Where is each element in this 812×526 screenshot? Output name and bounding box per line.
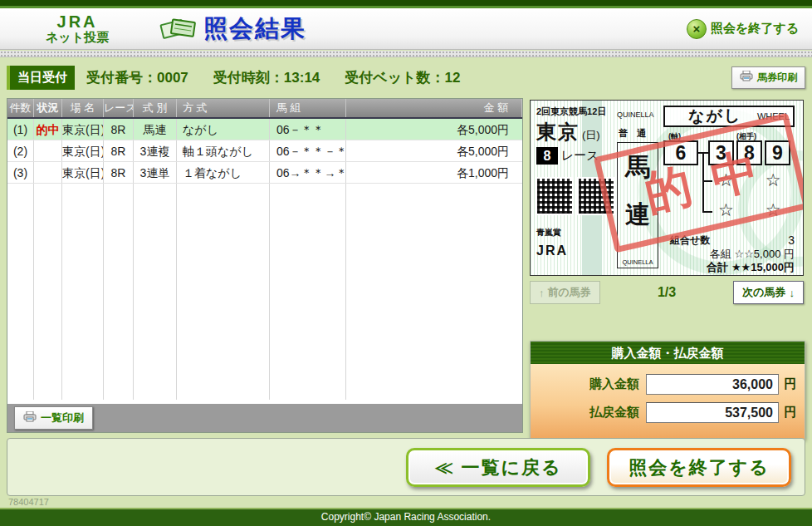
- table-header-row: 件数状況場 名レース式 別方 式馬 組金 額: [7, 99, 522, 119]
- end-inquiry-link[interactable]: × 照会を終了する: [687, 19, 799, 39]
- cell-amount: [346, 184, 522, 205]
- table-body: (1)的中東京(日)8R馬連ながし06－＊＊各5,000円(2)東京(日)8R3…: [7, 119, 522, 404]
- cell-no: [7, 270, 34, 292]
- cell-race: [104, 335, 134, 356]
- header-separator: [0, 51, 812, 57]
- cell-type: [134, 184, 177, 205]
- cell-horses: 06→＊＊→＊＊: [270, 162, 346, 183]
- table-row[interactable]: (2)東京(日)8R3連複軸１頭ながし06－＊＊－＊＊各5,000円: [7, 140, 522, 162]
- payout-amount-label: 払戻金額: [589, 405, 639, 420]
- cell-venue: [62, 270, 104, 292]
- cell-method: [177, 205, 270, 227]
- cell-method: １着ながし: [177, 162, 270, 183]
- cell-horses: [270, 378, 346, 400]
- cell-method: [177, 184, 270, 205]
- cell-race: 8R: [104, 162, 134, 183]
- cell-venue: [62, 313, 104, 335]
- ticket-race: 8 レース: [536, 147, 599, 165]
- cell-no: [7, 356, 34, 378]
- close-icon: ×: [687, 19, 707, 39]
- cell-status: [34, 140, 62, 161]
- receipt-number: 受付番号：0007: [86, 68, 188, 87]
- print-ticket-label: 馬券印刷: [757, 71, 797, 85]
- cell-type: 馬連: [134, 119, 177, 140]
- back-to-list-button[interactable]: ≪ 一覧に戻る: [406, 448, 590, 487]
- cell-type: [134, 335, 177, 356]
- cell-race: [104, 378, 134, 400]
- receipt-info-bar: 当日受付 受付番号：0007 受付時刻：13:14 受付ベット数：12 馬券印刷: [7, 63, 805, 91]
- down-arrow-icon: ↓: [790, 287, 795, 299]
- amount-panel-body: 購入金額 36,000 円 払戻金額 537,500 円: [531, 364, 805, 439]
- print-ticket-button[interactable]: 馬券印刷: [731, 66, 805, 89]
- logo-line1: JRA: [46, 13, 109, 31]
- jra-net-voting-inquiry-page: JRA ネット投票 照会結果 × 照会を終了する 当日受付 受付番号：0007 …: [0, 0, 812, 526]
- empty-table-row: [7, 356, 522, 378]
- empty-table-row: [7, 248, 522, 270]
- cell-amount: [346, 313, 522, 335]
- cell-no: [7, 184, 34, 205]
- cell-status: [34, 184, 62, 205]
- end-inquiry-button[interactable]: 照会を終了する: [607, 448, 791, 487]
- bets-table-panel: 件数状況場 名レース式 別方 式馬 組金 額 (1)的中東京(日)8R馬連ながし…: [7, 98, 523, 433]
- column-header: 式 別: [134, 99, 177, 117]
- bottom-action-panel: ≪ 一覧に戻る 照会を終了する: [7, 438, 805, 496]
- cell-status: [34, 227, 62, 248]
- empty-table-row: [7, 313, 522, 335]
- cell-race: [104, 356, 134, 378]
- receipt-bet-count: 受付ベット数：12: [345, 68, 460, 87]
- cell-venue: [62, 356, 104, 378]
- cell-venue: [62, 378, 104, 400]
- cell-horses: [270, 270, 346, 292]
- next-ticket-button[interactable]: 次の馬券 ↓: [733, 281, 804, 304]
- cell-type: 3連単: [134, 162, 177, 183]
- purchase-amount-row: 購入金額 36,000 円: [539, 374, 796, 395]
- payout-amount-row: 払戻金額 537,500 円: [539, 402, 796, 423]
- prev-ticket-button[interactable]: ↑ 前の馬券: [530, 281, 600, 304]
- end-inquiry-label: 照会を終了する: [711, 21, 799, 37]
- cell-horses: 06－＊＊－＊＊: [270, 140, 346, 161]
- cell-horses: [270, 248, 346, 270]
- column-header: 方 式: [177, 99, 270, 117]
- table-row[interactable]: (1)的中東京(日)8R馬連ながし06－＊＊各5,000円: [7, 119, 522, 140]
- race-number: 8: [536, 147, 558, 165]
- cell-method: [177, 292, 270, 313]
- empty-table-row: [7, 270, 522, 292]
- cell-horses: [270, 184, 346, 205]
- prev-ticket-label: 前の馬券: [548, 285, 591, 300]
- cell-horses: [270, 292, 346, 313]
- cell-no: (1): [7, 119, 34, 140]
- column-header: 金 額: [346, 99, 522, 117]
- cell-race: 8R: [104, 119, 134, 140]
- cell-venue: 東京(日): [62, 119, 104, 140]
- cell-status: [34, 162, 62, 183]
- empty-table-row: [7, 205, 522, 227]
- cell-no: [7, 378, 34, 400]
- cell-type: [134, 227, 177, 248]
- same-day-receipt-badge: 当日受付: [7, 66, 75, 90]
- cell-no: [7, 227, 34, 248]
- cell-venue: [62, 227, 104, 248]
- cell-race: [104, 270, 134, 292]
- printer-icon: [740, 71, 753, 84]
- payout-amount-value: 537,500: [646, 402, 779, 423]
- cell-status: [34, 378, 62, 400]
- cell-venue: [62, 292, 104, 313]
- cell-race: [104, 292, 134, 313]
- print-list-button[interactable]: 一覧印刷: [14, 406, 93, 430]
- up-arrow-icon: ↑: [539, 287, 545, 299]
- header: JRA ネット投票 照会結果 × 照会を終了する: [0, 8, 812, 50]
- table-row[interactable]: (3)東京(日)8R3連単１着ながし06→＊＊→＊＊各1,000円: [7, 162, 522, 184]
- cell-amount: [346, 270, 522, 292]
- yen-unit: 円: [784, 376, 796, 392]
- amount-panel-title: 購入金額・払戻金額: [531, 342, 805, 364]
- column-header: 馬 組: [270, 99, 346, 117]
- quinella-label-bottom: QUINELLA: [618, 258, 658, 266]
- cell-type: [134, 313, 177, 335]
- cell-no: [7, 205, 34, 227]
- cell-method: ながし: [177, 119, 270, 140]
- qr-code: [536, 177, 574, 215]
- cell-amount: 各1,000円: [346, 162, 522, 183]
- cell-status: [34, 205, 62, 227]
- method-name: ながし: [688, 106, 741, 127]
- printer-icon: [23, 411, 37, 425]
